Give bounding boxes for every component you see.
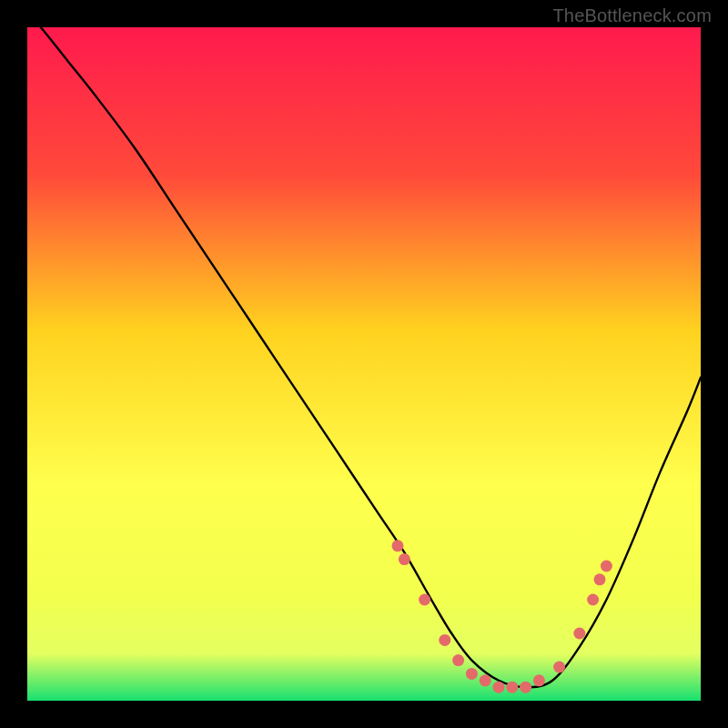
bottleneck-curve	[27, 27, 701, 687]
data-dot	[573, 628, 585, 640]
data-dot	[533, 674, 545, 686]
data-dots	[392, 540, 612, 693]
data-dot	[392, 540, 404, 551]
data-dot	[480, 674, 491, 686]
data-dot	[452, 654, 464, 666]
curve-layer	[27, 27, 701, 701]
data-dot	[553, 662, 565, 673]
data-dot	[419, 594, 430, 606]
watermark-text: TheBottleneck.com	[552, 5, 712, 26]
data-dot	[506, 682, 518, 693]
data-dot	[399, 553, 410, 565]
data-dot	[493, 682, 505, 693]
data-dot	[601, 561, 612, 572]
chart-frame: TheBottleneck.com	[0, 0, 728, 728]
data-dot	[594, 573, 606, 585]
data-dot	[466, 668, 478, 680]
data-dot	[520, 682, 531, 693]
data-dot	[587, 594, 599, 606]
plot-area	[27, 27, 701, 701]
data-dot	[439, 634, 450, 646]
